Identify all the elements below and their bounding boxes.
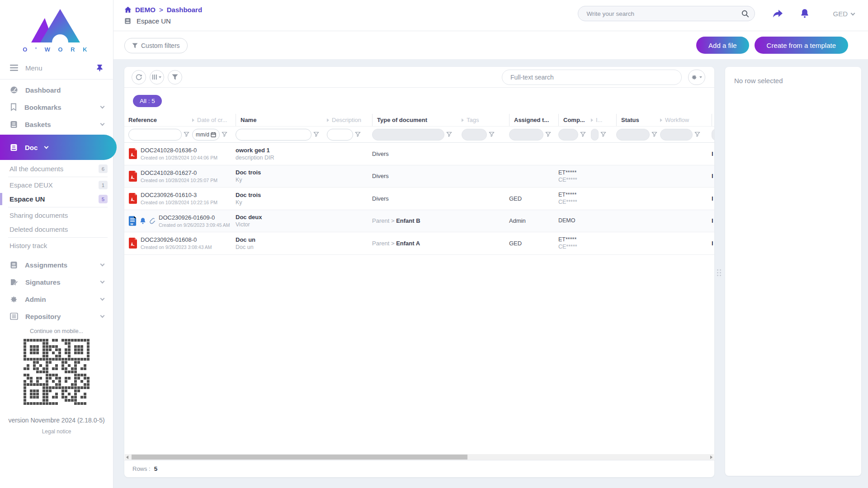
- share-button[interactable]: [772, 9, 783, 18]
- column-header-assigned[interactable]: Assigned t...: [509, 114, 558, 126]
- sidebar-item-label: Signatures: [25, 278, 94, 286]
- sidebar-nav: Dashboard Bookmarks Baskets Doc: [0, 81, 113, 325]
- expand-column-icon[interactable]: [192, 118, 194, 122]
- sidebar-subitem-all-documents[interactable]: All the documents 6: [0, 162, 113, 176]
- table-row[interactable]: DOC230926-01610-3 Created on 10/28/2024 …: [124, 188, 714, 210]
- qr-code: [24, 339, 90, 405]
- filter-funnel-icon[interactable]: [184, 131, 189, 137]
- filter-funnel-icon[interactable]: [580, 131, 586, 137]
- filter-funnel-icon[interactable]: [600, 131, 606, 137]
- app-logo[interactable]: O ' W O R K: [0, 0, 113, 53]
- filter-status-input[interactable]: [616, 129, 650, 141]
- columns-button[interactable]: [150, 70, 164, 84]
- filter-description-input[interactable]: [327, 129, 353, 141]
- filter-funnel-icon[interactable]: [222, 131, 227, 137]
- table-row[interactable]: DOC241028-01627-0 Created on 10/28/2024 …: [124, 165, 714, 188]
- column-header-workflow[interactable]: Workflow: [660, 114, 712, 126]
- add-file-button[interactable]: Add a file: [696, 37, 749, 54]
- notifications-button[interactable]: [800, 9, 809, 19]
- filter-funnel-icon: [172, 74, 178, 80]
- filter-company-input[interactable]: [558, 129, 578, 141]
- expand-column-icon[interactable]: [660, 118, 662, 122]
- scroll-right-arrow[interactable]: [710, 455, 712, 459]
- filter-workflow-input[interactable]: [660, 129, 693, 141]
- fulltext-search-input[interactable]: [502, 70, 682, 85]
- scrollbar-thumb[interactable]: [132, 455, 467, 460]
- filter-assigned-input[interactable]: [509, 129, 543, 141]
- search-icon[interactable]: [741, 10, 749, 18]
- sidebar-item-baskets[interactable]: Baskets: [0, 116, 113, 133]
- column-header-name[interactable]: Name: [236, 114, 327, 126]
- sidebar-item-admin[interactable]: Admin: [0, 291, 113, 308]
- sidebar-item-doc-active[interactable]: Doc: [0, 135, 117, 160]
- home-icon[interactable]: [124, 6, 132, 13]
- sidebar-item-bookmarks[interactable]: Bookmarks: [0, 99, 113, 116]
- filter-type-input[interactable]: [372, 129, 444, 141]
- sidebar-subitem-sharing-documents[interactable]: Sharing documents: [0, 208, 113, 222]
- rows-label: Rows :: [132, 465, 151, 472]
- sidebar-item-assignments[interactable]: Assignments: [0, 256, 113, 273]
- column-header-tags[interactable]: Tags: [462, 114, 509, 126]
- filter-button[interactable]: [168, 70, 182, 84]
- legal-notice-link[interactable]: Legal notice: [0, 428, 113, 435]
- scroll-left-arrow[interactable]: [126, 455, 128, 459]
- sidebar-item-signatures[interactable]: Signatures: [0, 273, 113, 291]
- sidebar-subitem-deleted-documents[interactable]: Deleted documents: [0, 222, 113, 236]
- column-header-company[interactable]: Comp...: [558, 114, 591, 126]
- document-type: Divers: [372, 150, 462, 157]
- pdf-file-icon: [128, 148, 137, 159]
- column-header-i[interactable]: I...: [591, 114, 616, 126]
- refresh-button[interactable]: [132, 70, 146, 84]
- panel-resize-handle[interactable]: [717, 269, 722, 281]
- horizontal-scrollbar[interactable]: [125, 454, 714, 460]
- column-header-type[interactable]: Type of document: [372, 114, 462, 126]
- sidebar-subitem-espace-un[interactable]: Espace UN 5: [0, 192, 113, 206]
- column-header-status[interactable]: Status: [616, 114, 660, 126]
- company-line1: ET*****: [558, 192, 591, 198]
- sidebar-item-repository[interactable]: Repository: [0, 308, 113, 325]
- create-from-template-button[interactable]: Create from a template: [755, 37, 848, 54]
- sidebar-subitem-history-track[interactable]: History track: [0, 239, 113, 253]
- table-settings-button[interactable]: [688, 70, 705, 85]
- filter-y-input[interactable]: [712, 129, 714, 141]
- sidebar-subitem-espace-deux[interactable]: Espace DEUX 1: [0, 178, 113, 192]
- expand-column-icon[interactable]: [591, 118, 593, 122]
- filter-i-input[interactable]: [591, 129, 599, 141]
- breadcrumb-current[interactable]: Dashboard: [167, 6, 202, 14]
- column-header-y[interactable]: Y: [712, 114, 717, 126]
- filter-funnel-icon[interactable]: [446, 131, 452, 137]
- column-header-description[interactable]: Description: [327, 114, 372, 126]
- sidebar-item-dashboard[interactable]: Dashboard: [0, 81, 113, 99]
- filter-funnel-icon[interactable]: [694, 131, 700, 137]
- custom-filters-button[interactable]: Custom filters: [124, 38, 188, 53]
- table-row[interactable]: DOC230926-01608-0 Created on 9/26/2023 3…: [124, 232, 714, 255]
- filter-funnel-icon[interactable]: [651, 131, 657, 137]
- table-row[interactable]: DOC241028-01636-0 Created on 10/28/2024 …: [124, 143, 714, 165]
- document-type: Divers: [372, 195, 462, 202]
- expand-column-icon[interactable]: [462, 118, 464, 122]
- global-search-input[interactable]: [585, 10, 741, 18]
- breadcrumb-root[interactable]: DEMO: [135, 6, 156, 14]
- all-count-tab[interactable]: All : 5: [133, 95, 162, 107]
- filter-funnel-icon[interactable]: [355, 131, 361, 137]
- sidebar-item-label: Assignments: [25, 261, 94, 269]
- filter-reference-input[interactable]: [128, 129, 182, 141]
- filter-name-input[interactable]: [236, 129, 311, 141]
- table-status-bar: Rows : 5: [124, 460, 714, 477]
- pin-icon[interactable]: [96, 64, 103, 71]
- column-header-date[interactable]: Date of cr...: [192, 114, 236, 126]
- subitem-label: Espace DEUX: [9, 181, 99, 189]
- version-label: version Novembre 2024 (2.18.0-5): [0, 417, 113, 424]
- menu-toggle[interactable]: Menu: [0, 60, 113, 75]
- column-header-reference[interactable]: Reference: [128, 114, 192, 126]
- table-row[interactable]: w DOC230926-01609-0 Created on 9/26/2023…: [124, 210, 714, 233]
- filter-funnel-icon[interactable]: [489, 131, 495, 137]
- space-title: Espace UN: [137, 17, 171, 25]
- breadcrumb-separator: >: [159, 6, 163, 14]
- filter-funnel-icon[interactable]: [313, 131, 319, 137]
- filter-funnel-icon[interactable]: [545, 131, 551, 137]
- expand-column-icon[interactable]: [327, 118, 329, 122]
- filter-date-input[interactable]: mm/d: [192, 129, 220, 141]
- filter-tags-input[interactable]: [462, 129, 487, 141]
- profile-menu[interactable]: GED: [833, 10, 854, 18]
